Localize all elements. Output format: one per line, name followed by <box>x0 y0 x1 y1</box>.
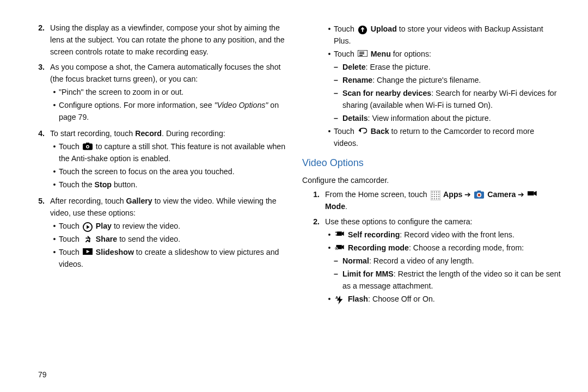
dash-icon: – <box>334 255 342 267</box>
continued-item: •Touch Upload to store your videos with … <box>302 22 561 150</box>
sub-bullet: •Touch to capture a still shot. This fea… <box>50 140 286 164</box>
mode-icon <box>528 191 537 198</box>
sub-bullet: •Configure options. For more information… <box>50 99 286 123</box>
back-icon <box>358 127 367 135</box>
bullet-icon: • <box>50 86 59 98</box>
svg-point-34 <box>478 194 481 197</box>
item-number: 2. <box>302 216 325 306</box>
sub-bullet: • Self recording: Record video with the … <box>325 229 561 241</box>
svg-rect-38 <box>337 231 342 236</box>
dash-bullet: –Details: View information about the pic… <box>334 112 561 124</box>
sub-bullet: •Touch Share to send the video. <box>50 233 286 245</box>
item-body: After recording, touch Gallery to view t… <box>50 195 286 271</box>
svg-point-27 <box>438 196 439 197</box>
dash-icon: – <box>334 74 342 86</box>
svg-point-16 <box>431 191 432 192</box>
bullet-text: Touch Slideshow to create a slideshow to… <box>59 246 286 270</box>
svg-point-30 <box>436 198 437 199</box>
rec-mode-icon <box>335 244 345 252</box>
dash-text: Rename: Change the picture's filename. <box>342 74 561 86</box>
item-number: 4. <box>27 127 50 192</box>
svg-text:A: A <box>335 295 338 300</box>
svg-point-28 <box>431 198 432 199</box>
svg-marker-41 <box>342 245 344 249</box>
svg-point-25 <box>433 196 434 197</box>
dash-icon: – <box>334 112 342 124</box>
item-body: Use these options to configure the camer… <box>325 216 561 306</box>
bullet-icon: • <box>50 246 59 270</box>
bullet-text: Touch the Stop button. <box>59 179 286 191</box>
numbered-item: 5.After recording, touch Gallery to view… <box>27 195 286 271</box>
dash-text: Delete: Erase the picture. <box>342 61 561 73</box>
sub-bullet: •Touch Slideshow to create a slideshow t… <box>50 246 286 270</box>
sub-bullet: •Touch Menu for options: <box>325 48 561 60</box>
sub-bullet: •Touch the Stop button. <box>50 179 286 191</box>
svg-marker-39 <box>342 231 344 236</box>
bullet-icon: • <box>50 233 59 245</box>
numbered-item: 4.To start recording, touch Record. Duri… <box>27 127 286 192</box>
share-icon <box>83 235 93 243</box>
sub-bullet: •Touch Back to return to the Camcorder t… <box>325 125 561 149</box>
flash-icon: A <box>335 295 345 303</box>
bullet-text: "Pinch" the screen to zoom in or out. <box>59 86 286 98</box>
item-number: 2. <box>27 22 50 58</box>
item-number: 3. <box>27 61 50 124</box>
bullet-text: Touch to capture a still shot. This feat… <box>59 140 286 164</box>
bullet-text: Touch the screen to focus on the area yo… <box>59 166 286 177</box>
dash-bullet: –Scan for nearby devices: Search for nea… <box>334 87 561 111</box>
sub-bullet: •A Flash: Choose Off or On. <box>325 293 561 305</box>
svg-rect-35 <box>477 191 481 192</box>
apps-grid-icon <box>431 191 440 198</box>
bullet-icon: • <box>50 166 59 177</box>
dash-bullet: –Normal: Record a video of any length. <box>334 255 561 267</box>
svg-point-31 <box>438 198 439 199</box>
menu-icon <box>358 50 367 58</box>
slideshow-icon <box>83 248 93 256</box>
sub-bullet: •"Pinch" the screen to zoom in or out. <box>50 86 286 98</box>
dash-text: Normal: Record a video of any length. <box>342 255 561 267</box>
bullet-text: Touch Upload to store your videos with B… <box>334 23 561 47</box>
svg-marker-37 <box>534 191 537 196</box>
svg-rect-3 <box>86 143 89 144</box>
right-column: •Touch Upload to store your videos with … <box>302 22 561 381</box>
dash-bullet: –Rename: Change the picture's filename. <box>334 74 561 86</box>
bullet-icon: • <box>50 179 59 191</box>
sub-bullet: • Recording mode: Choose a recording mod… <box>325 242 561 254</box>
sub-bullet: •Touch Play to review the video. <box>50 220 286 232</box>
sub-bullet: •Touch Upload to store your videos with … <box>325 23 561 47</box>
svg-point-29 <box>433 198 434 199</box>
bullet-text: Configure options. For more information,… <box>59 99 286 123</box>
bullet-text: Touch Play to review the video. <box>59 220 286 232</box>
svg-point-19 <box>438 191 439 192</box>
item-body: To start recording, touch Record. During… <box>50 127 286 192</box>
svg-point-22 <box>436 194 437 195</box>
bullet-text: Touch Menu for options: <box>334 48 561 60</box>
left-column: 2.Using the display as a viewfinder, com… <box>27 22 286 381</box>
play-circle-icon <box>83 222 93 230</box>
numbered-item: 3.As you compose a shot, the Camera auto… <box>27 61 286 124</box>
item-number: 1. <box>302 188 325 212</box>
bullet-icon: • <box>325 48 334 60</box>
bullet-text: Self recording: Record video with the fr… <box>334 229 561 241</box>
svg-rect-36 <box>528 191 534 195</box>
bullet-text: Touch Share to send the video. <box>59 233 286 245</box>
item-body: As you compose a shot, the Camera automa… <box>50 61 286 124</box>
camera-color-icon <box>474 191 484 198</box>
numbered-item: 2.Using the display as a viewfinder, com… <box>27 22 286 58</box>
svg-marker-5 <box>87 225 89 229</box>
dash-icon: – <box>334 268 342 292</box>
svg-point-2 <box>87 146 88 148</box>
bullet-text: Recording mode: Choose a recording mode,… <box>334 242 561 254</box>
bullet-icon: • <box>50 99 59 123</box>
dash-text: Scan for nearby devices: Search for near… <box>342 87 561 111</box>
bullet-icon: • <box>50 140 59 164</box>
numbered-item: 2.Use these options to configure the cam… <box>302 216 561 306</box>
bullet-text: Touch Back to return to the Camcorder to… <box>334 125 561 149</box>
dash-icon: – <box>334 61 342 73</box>
page-number: 79 <box>38 370 47 379</box>
dash-bullet: –Delete: Erase the picture. <box>334 61 561 73</box>
svg-point-18 <box>436 191 437 192</box>
dash-text: Limit for MMS: Restrict the length of th… <box>342 268 561 292</box>
svg-point-20 <box>431 194 432 195</box>
item-body: From the Home screen, touch Apps ➔ Camer… <box>325 188 561 212</box>
